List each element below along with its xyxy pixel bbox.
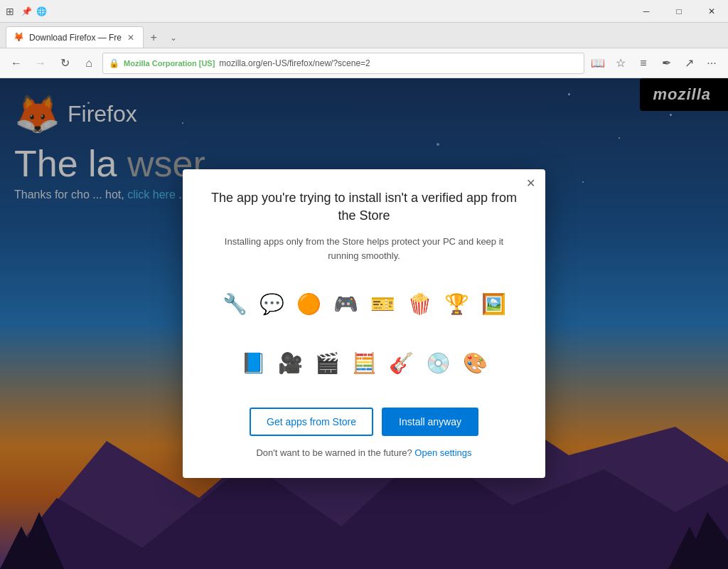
- trophy-icon: 🏆: [440, 288, 473, 321]
- gamepad-icon: 🎮: [329, 288, 362, 321]
- dialog-title: The app you're trying to install isn't a…: [208, 189, 520, 225]
- video-icon: 🎬: [311, 347, 343, 380]
- title-bar: ⊞ 📌 🌐 ─ □ ✕: [0, 0, 728, 23]
- dialog-overlay: ✕ The app you're trying to install isn't…: [0, 78, 728, 569]
- maximize-button[interactable]: □: [663, 0, 695, 23]
- lock-icon: 🔒: [109, 58, 119, 68]
- forward-button[interactable]: →: [30, 53, 51, 74]
- disk-icon: 💿: [422, 347, 454, 380]
- windows-icon: ⊞: [6, 6, 14, 17]
- tab-bar: 🦊 Download Firefox — Fre ✕ + ⌄: [0, 23, 728, 48]
- share-button[interactable]: ↗: [678, 53, 700, 74]
- guitar-icon: 🎸: [385, 347, 417, 380]
- tab-title: Download Firefox — Fre: [29, 33, 122, 43]
- calculator-icon: 🧮: [348, 347, 380, 380]
- install-anyway-button[interactable]: Install anyway: [382, 408, 478, 436]
- paint-icon: 🎨: [459, 347, 491, 380]
- ball-icon: 🟠: [292, 288, 325, 321]
- home-button[interactable]: ⌂: [78, 53, 100, 74]
- address-bar[interactable]: 🔒 Mozilla Corporation [US] mozilla.org/e…: [102, 53, 584, 74]
- org-badge: Mozilla Corporation [US]: [124, 59, 215, 68]
- chat-icon: 💬: [255, 288, 288, 321]
- dialog-buttons: Get apps from Store Install anyway: [208, 408, 520, 436]
- title-bar-left: ⊞ 📌 🌐: [6, 6, 47, 17]
- tab-icon-small: 📌: [21, 6, 32, 16]
- nav-right-buttons: 📖 ☆ ≡ ✒ ↗ ···: [587, 53, 722, 74]
- back-button[interactable]: ←: [6, 53, 27, 74]
- security-dialog: ✕ The app you're trying to install isn't…: [183, 169, 545, 478]
- app-icon: 📘: [237, 347, 269, 380]
- url-text: mozilla.org/en-US/firefox/new/?scene=2: [219, 58, 578, 68]
- favorites-button[interactable]: ☆: [610, 53, 631, 74]
- pen-button[interactable]: ✒: [655, 53, 677, 74]
- edge-icon-small: 🌐: [36, 6, 47, 16]
- new-tab-button[interactable]: +: [144, 28, 164, 48]
- get-apps-from-store-button[interactable]: Get apps from Store: [250, 408, 373, 436]
- tab-close-button[interactable]: ✕: [126, 31, 136, 44]
- open-settings-link[interactable]: Open settings: [414, 447, 471, 458]
- popcorn-icon: 🍿: [403, 288, 436, 321]
- title-controls: ─ □ ✕: [630, 0, 728, 23]
- tools-icon: 🔧: [218, 288, 251, 321]
- reader-view-button[interactable]: 📖: [587, 53, 609, 74]
- footer-text: Don't want to be warned in the future?: [256, 447, 412, 458]
- settings-button[interactable]: ≡: [633, 53, 654, 74]
- dialog-footer: Don't want to be warned in the future? O…: [208, 447, 520, 458]
- photos-icon: 🖼️: [477, 288, 510, 321]
- app-icons-grid: 🔧💬🟠🎮🎫🍿🏆🖼️📘🎥🎬🧮🎸💿🎨: [208, 277, 520, 390]
- browser-tab[interactable]: 🦊 Download Firefox — Fre ✕: [6, 26, 144, 48]
- ticket-icon: 🎫: [366, 288, 399, 321]
- tab-menu-button[interactable]: ⌄: [164, 28, 183, 48]
- dialog-close-button[interactable]: ✕: [526, 176, 535, 190]
- refresh-button[interactable]: ↻: [54, 53, 75, 74]
- dialog-subtitle: Installing apps only from the Store help…: [208, 235, 520, 262]
- minimize-button[interactable]: ─: [630, 0, 663, 23]
- navigation-bar: ← → ↻ ⌂ 🔒 Mozilla Corporation [US] mozil…: [0, 48, 728, 78]
- close-button[interactable]: ✕: [695, 0, 728, 23]
- more-button[interactable]: ···: [701, 53, 722, 74]
- tab-favicon: 🦊: [14, 32, 25, 43]
- camera-icon: 🎥: [274, 347, 306, 380]
